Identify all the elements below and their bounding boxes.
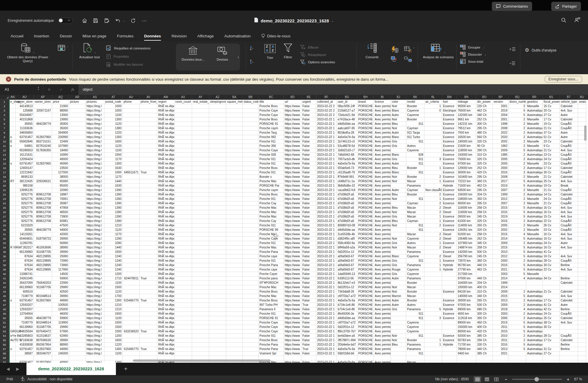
- cell-AT52[interactable]: 1500: [104, 325, 123, 329]
- cell-BO30[interactable]: 320 Ch: [476, 228, 493, 232]
- cell-BI46[interactable]: Avec permis: [374, 299, 391, 303]
- cell-BC49[interactable]: Porsche 911: [259, 312, 284, 316]
- cell-AS6[interactable]: https://img.l: [86, 122, 104, 126]
- cell-AY21[interactable]: [192, 188, 209, 193]
- cell-BK42[interactable]: Boxster: [406, 281, 424, 285]
- cell-AV25[interactable]: [140, 206, 157, 210]
- cell-AR13[interactable]: [69, 153, 86, 157]
- cell-BP55[interactable]: 2011: [493, 338, 509, 343]
- cell-BB49[interactable]: [243, 312, 259, 316]
- cell-AO8[interactable]: 34655850: [16, 131, 34, 135]
- cell-BF29[interactable]: 2023-02-22 1: [316, 223, 337, 228]
- cell-AU26[interactable]: [123, 210, 140, 215]
- cell-AV11[interactable]: [140, 144, 157, 148]
- cell-BM48[interactable]: Hybride: [442, 307, 457, 312]
- cell-BM30[interactable]: Essence: [442, 228, 457, 232]
- cell-BQ37[interactable]: 2: [509, 259, 526, 263]
- cell-BS46[interactable]: 17 Cv: [543, 299, 560, 303]
- cell-BN16[interactable]: 129000 km: [457, 166, 476, 170]
- cell-BD46[interactable]: https://www: [284, 299, 302, 303]
- cell-AV32[interactable]: [140, 237, 157, 241]
- cell-AR45[interactable]: [69, 294, 86, 299]
- cell-AP5[interactable]: [34, 117, 52, 122]
- cell-BS41[interactable]: 34 Cv: [543, 276, 560, 281]
- row-header-27[interactable]: 27: [0, 215, 10, 219]
- cell-BO44[interactable]: 310 Ch: [476, 290, 493, 294]
- cell-AV19[interactable]: [140, 179, 157, 184]
- cell-AO42[interactable]: 35437099: [16, 281, 34, 285]
- cell-BB11[interactable]: [243, 144, 259, 148]
- cell-AO36[interactable]: 87634: [16, 254, 34, 259]
- cell-AP13[interactable]: [34, 153, 52, 157]
- cell-BB46[interactable]: [243, 299, 259, 303]
- cell-BD52[interactable]: https://www: [284, 325, 302, 329]
- cell-BT12[interactable]: 4x4, Suv: [560, 148, 578, 153]
- cell-BM5[interactable]: Essence: [442, 117, 457, 122]
- cell-BR43[interactable]: [526, 285, 543, 290]
- cell-AW24[interactable]: RhÃ´ne-Alpes: [157, 201, 174, 206]
- cell-AX54[interactable]: [174, 334, 192, 338]
- cell-BD51[interactable]: https://www: [284, 321, 302, 325]
- cell-BL28[interactable]: 1: [424, 219, 442, 223]
- cell-BH53[interactable]: PORSCHE: [357, 329, 374, 334]
- cell-AS15[interactable]: https://img.l: [86, 162, 104, 166]
- cell-BH43[interactable]: PORSCHE: [357, 285, 374, 290]
- cell-BL44[interactable]: [424, 290, 442, 294]
- cell-AO14[interactable]: 12056424: [16, 157, 34, 162]
- cell-BR11[interactable]: Manuelle: [526, 144, 543, 148]
- cell-BS54[interactable]: 28 Cv: [543, 334, 560, 338]
- cell-BD31[interactable]: https://www: [284, 232, 302, 237]
- cell-AT46[interactable]: 1300: [104, 299, 123, 303]
- cell-AU56[interactable]: [123, 343, 140, 347]
- cell-BJ29[interactable]: Noir: [391, 223, 406, 228]
- cell-AR58[interactable]: [69, 352, 86, 356]
- cell-AW7[interactable]: RhÃ´ne-Alpes: [157, 126, 174, 131]
- cell-BA13[interactable]: [226, 153, 243, 157]
- cell-BS40[interactable]: [543, 272, 560, 276]
- cell-AP9[interactable]: 912837960: [34, 135, 52, 140]
- cell-AO46[interactable]: 63791457: [16, 299, 34, 303]
- cell-BC57[interactable]: Porsche Pana: [259, 347, 284, 352]
- cell-BT40[interactable]: [560, 272, 578, 276]
- cell-AT41[interactable]: 1710: [104, 276, 123, 281]
- cell-BM21[interactable]: Essence: [442, 188, 457, 193]
- cell-BC18[interactable]: Boxster s: [259, 175, 284, 179]
- cell-BS6[interactable]: 19 Cv: [543, 122, 560, 126]
- cell-AP35[interactable]: 911687705: [34, 250, 52, 254]
- cell-AO35[interactable]: 66139960: [16, 250, 34, 254]
- cell-AV48[interactable]: [140, 307, 157, 312]
- cell-BQ13[interactable]: 2: [509, 153, 526, 157]
- cell-BT3[interactable]: 4x4, Suv: [560, 109, 578, 113]
- cell-AN41[interactable]: [10, 276, 16, 281]
- column-header-BG[interactable]: BG: [337, 95, 357, 100]
- cell-BI42[interactable]: Avec permis: [374, 281, 391, 285]
- cell-AY10[interactable]: [192, 140, 209, 144]
- cell-BL11[interactable]: [424, 144, 442, 148]
- properties-button[interactable]: Propriétés: [106, 54, 150, 59]
- cell-BS51[interactable]: 38 Cv: [543, 321, 560, 325]
- cell-AY4[interactable]: [192, 113, 209, 117]
- cell-AT43[interactable]: 1500: [104, 285, 123, 290]
- add-sheet-button[interactable]: +: [124, 366, 128, 372]
- cell-AP47[interactable]: [34, 303, 52, 307]
- cell-BD6[interactable]: https://www: [284, 122, 302, 126]
- cell-AY17[interactable]: [192, 170, 209, 175]
- cell-AU36[interactable]: [123, 254, 140, 259]
- cell-BP21[interactable]: 2007: [493, 188, 509, 193]
- cell-AS59[interactable]: [86, 356, 104, 360]
- cell-AP24[interactable]: 809612708: [34, 201, 52, 206]
- cell-BE4[interactable]: False: [302, 113, 316, 117]
- cell-BT6[interactable]: CoupÃ©: [560, 122, 578, 126]
- cell-AY25[interactable]: [192, 206, 209, 210]
- cell-BF4[interactable]: 2023-02-22 2: [316, 113, 337, 117]
- cell-AQ18[interactable]: 38000: [52, 175, 69, 179]
- cell-BO31[interactable]: 258 Ch: [476, 232, 493, 237]
- cell-BF36[interactable]: 2023-02-22 1: [316, 254, 337, 259]
- cell-BP38[interactable]: 2016: [493, 263, 509, 268]
- cell-AN4[interactable]: [10, 113, 16, 117]
- cell-AZ16[interactable]: [209, 166, 226, 170]
- cell-BK21[interactable]: Cayman: [406, 188, 424, 193]
- cell-BA47[interactable]: [226, 303, 243, 307]
- cell-BC14[interactable]: Porsche 911: [259, 157, 284, 162]
- cell-AR17[interactable]: [69, 170, 86, 175]
